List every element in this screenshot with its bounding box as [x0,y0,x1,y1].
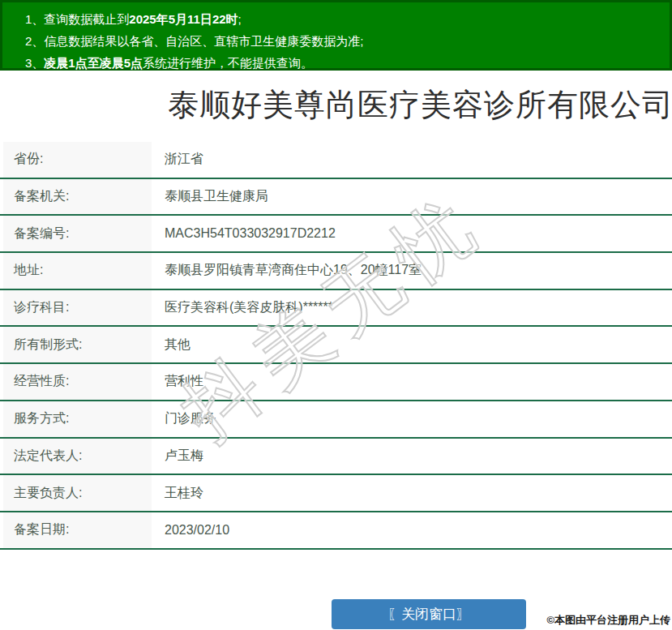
notice-number: 3、 [25,56,44,70]
row-label: 经营性质: [3,364,152,400]
row-label: 主要负责人: [3,475,152,511]
row-value: MAC3H54T033032917D2212 [152,216,672,251]
record-detail-table: 省份: 浙江省 备案机关: 泰顺县卫生健康局 备案编号: MAC3H54T033… [0,142,672,550]
table-row-clinical-subjects: 诊疗科目: 医疗美容科(美容皮肤科)****** [0,290,672,328]
notice-text: 信息数据结果以各省、自治区、直辖市卫生健康委数据为准; [44,34,363,48]
record-page: 1、查询数据截止到2025年5月11日22时; 2、信息数据结果以各省、自治区、… [0,0,672,630]
table-row-service-mode: 服务方式: 门诊服务 [0,401,672,439]
table-row-ownership-form: 所有制形式: 其他 [0,327,672,364]
row-value: 泰顺县卫生健康局 [152,179,672,215]
notice-text: ; [238,12,242,26]
table-row-record-date: 备案日期: 2023/02/10 [0,512,672,550]
row-label: 服务方式: [3,401,152,437]
row-value: 浙江省 [152,142,672,178]
row-label: 地址: [3,253,152,289]
row-label: 备案日期: [3,512,152,548]
page-title: 泰顺好美尊尚医疗美容诊所有限公司 [168,88,672,122]
row-label: 备案编号: [3,216,152,251]
row-value: 2023/02/10 [152,512,672,548]
table-row-province: 省份: 浙江省 [0,142,672,179]
row-value: 泰顺县罗阳镇青草湾商住中心19、20幢117室 [152,253,672,289]
notice-bold-text: 2025年5月11日22时 [129,12,238,26]
table-row-record-number: 备案编号: MAC3H54T033032917D2212 [0,216,672,253]
notice-line-3: 3、凌晨1点至凌晨5点系统进行维护，不能提供查询。 [25,52,661,74]
row-label: 备案机关: [3,179,152,215]
row-label: 所有制形式: [3,327,152,362]
row-value: 卢玉梅 [152,439,672,474]
table-row-legal-representative: 法定代表人: 卢玉梅 [0,439,672,476]
row-value: 医疗美容科(美容皮肤科)****** [152,290,672,326]
title-wrap: 泰顺好美尊尚医疗美容诊所有限公司 [0,84,672,123]
row-label: 诊疗科目: [3,290,152,326]
table-row-business-nature: 经营性质: 营利性 [0,364,672,401]
close-window-button[interactable]: 〖关闭窗口〗 [332,599,526,629]
row-value: 营利性 [152,364,672,400]
row-label: 省份: [3,142,152,178]
notice-line-2: 2、信息数据结果以各省、自治区、直辖市卫生健康委数据为准; [25,30,661,52]
notice-banner: 1、查询数据截止到2025年5月11日22时; 2、信息数据结果以各省、自治区、… [0,0,672,71]
notice-text: 查询数据截止到 [44,12,129,26]
row-value: 门诊服务 [152,401,672,437]
row-value: 其他 [152,327,672,362]
notice-text: 系统进行维护，不能提供查询。 [143,56,313,70]
notice-number: 2、 [25,34,44,48]
notice-number: 1、 [25,12,44,26]
notice-bold-text: 凌晨1点至凌晨5点 [44,56,143,70]
table-row-principal-person: 主要负责人: 王桂玲 [0,475,672,512]
notice-line-1: 1、查询数据截止到2025年5月11日22时; [25,8,661,30]
table-row-address: 地址: 泰顺县罗阳镇青草湾商住中心19、20幢117室 [0,253,672,290]
row-value: 王桂玲 [152,475,672,511]
table-row-record-authority: 备案机关: 泰顺县卫生健康局 [0,179,672,216]
copyright-note: ©本图由平台注册用户上传 [546,613,670,628]
row-label: 法定代表人: [3,439,152,474]
